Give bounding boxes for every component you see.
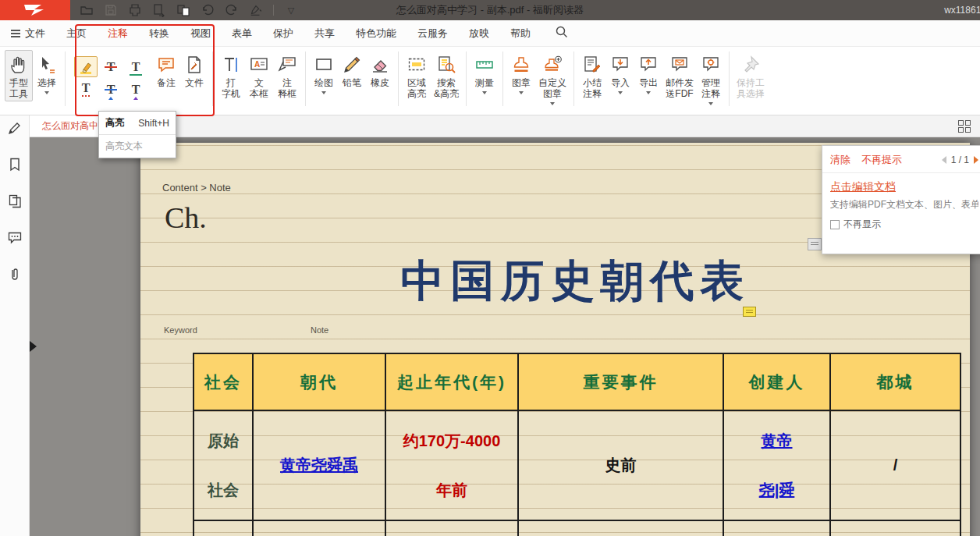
dropdown-item-highlight[interactable]: 高亮 Shift+H [99,112,176,134]
table-header-capital: 都城 [831,354,960,411]
tab-comment[interactable]: 注释 [108,27,128,41]
keep-tool-selected-button[interactable]: 保持工 具选择 [733,50,768,101]
titlebar: ▽ 怎么面对高中学习 - 副本.pdf - 福昕阅读器 wx118615 [0,0,980,20]
strikeout-icon: T [107,61,115,73]
tab-view[interactable]: 视图 [190,27,211,41]
import-comments-button[interactable]: 导入 [606,50,634,97]
tab-present[interactable]: 放映 [469,27,489,41]
comments-icon[interactable] [6,229,23,247]
squiggly-tool-button[interactable]: T [74,79,98,100]
replace-text-tool-button[interactable]: T [99,79,123,100]
edit-document-link[interactable]: 点击编辑文档 [830,180,978,194]
tab-share[interactable]: 共享 [314,27,335,41]
tab-convert[interactable]: 转换 [149,27,169,41]
select-button[interactable]: 选择 [33,50,61,97]
custom-stamp-button[interactable]: 自定义 图章 [535,50,570,108]
insert-text-tool-button[interactable]: T [124,79,147,100]
table-header-events: 重要事件 [519,354,724,411]
edit-doc-widget-icon[interactable] [808,238,822,250]
tab-form[interactable]: 表单 [232,27,252,41]
export-comments-button[interactable]: 导出 [634,50,662,97]
drawing-button[interactable]: 绘图 [310,50,338,97]
hand-tool-button[interactable]: 手型 工具 [5,50,33,101]
partial-row-cell [386,521,519,536]
chevron-down-icon [519,91,524,94]
measure-button[interactable]: 测量 [470,50,499,97]
tip-page-indicator: 1 / 1 [951,154,969,165]
search-icon[interactable] [555,25,568,41]
replace-text-icon: T [107,83,115,96]
dynasty-link[interactable]: 黄帝尧舜禹 [280,455,358,476]
callout-button[interactable]: 注 释框 [273,50,301,101]
ribbon-tab-bar: 文件 主页 注释 转换 视图 表单 保护 共享 特色功能 云服务 放映 帮助 [0,20,980,47]
founder-link-2[interactable]: 尧|舜 [759,480,795,501]
file-attachment-icon [184,55,204,75]
next-tip-icon[interactable] [974,156,978,164]
ribbon-toolbar: 手型 工具 选择 T T T T T 备注 文件 打 字机 [0,47,980,115]
strikeout-tool-button[interactable]: T [99,56,123,77]
layout-grid-icon[interactable] [958,120,971,133]
annotate-pencil-icon[interactable] [6,119,23,137]
dont-show-checkbox[interactable] [830,220,840,229]
redo-icon[interactable] [225,3,239,17]
hand-icon [9,55,29,75]
chevron-down-icon [482,91,487,94]
shortcut-label: Shift+H [138,118,169,129]
signature-icon[interactable] [249,3,263,17]
underline-tool-button[interactable]: T [124,56,147,77]
partial-row-cell [254,521,386,536]
area-highlight-button[interactable]: 区域 高亮 [403,50,431,101]
left-sidebar [0,115,30,536]
account-name[interactable]: wx118615 [944,5,980,16]
highlight-tool-button[interactable] [74,56,98,77]
export-pdf-icon[interactable] [152,3,166,17]
note-annotation-icon[interactable] [743,307,756,317]
import-icon [610,55,630,75]
note-button[interactable]: 备注 [152,50,180,91]
tab-cloud[interactable]: 云服务 [417,27,448,41]
eraser-button[interactable]: 橡皮 [366,50,394,91]
customize-toolbar-icon[interactable]: ▽ [284,3,298,17]
search-highlight-button[interactable]: 搜索 &高亮 [431,50,462,101]
email-fdf-button[interactable]: 邮件发 送FDF [662,50,697,101]
tab-protect[interactable]: 保护 [273,27,293,41]
file-attachment-button[interactable]: 文件 [180,50,208,91]
manage-comments-button[interactable]: 管理 注释 [697,50,725,108]
textbox-button[interactable]: A 文 本框 [245,50,273,101]
custom-stamp-icon [542,55,563,75]
stamp-button[interactable]: 图章 [507,50,535,97]
chevron-down-icon [618,91,623,94]
ruler-icon [474,55,495,75]
summarize-comments-button[interactable]: 小结 注释 [578,50,606,101]
no-remind-button[interactable]: 不再提示 [861,153,902,167]
tab-features[interactable]: 特色功能 [356,27,396,41]
undo-icon[interactable] [201,3,215,17]
tab-home[interactable]: 主页 [66,27,87,41]
clear-button[interactable]: 清除 [830,153,850,167]
highlight-dropdown: 高亮 Shift+H 高亮文本 [98,111,176,158]
convert-icon[interactable] [176,3,190,17]
typewriter-button[interactable]: 打 字机 [217,50,245,101]
table-header-period: 起止年代(年) [386,354,519,411]
dropdown-item-highlight-text[interactable]: 高亮文本 [99,134,176,158]
file-menu[interactable]: 文件 [11,27,45,41]
manage-comments-icon [701,55,721,75]
eraser-icon [370,55,390,75]
print-icon[interactable] [128,3,142,17]
export-icon [638,55,659,75]
pencil-button[interactable]: 铅笔 [338,50,366,91]
open-file-icon[interactable] [80,3,94,17]
cell-capital: / [831,411,960,521]
save-icon[interactable] [104,3,118,17]
group-separator [398,51,399,106]
note-bubble-icon [156,55,176,75]
attachment-icon[interactable] [6,266,23,283]
partial-row-cell [831,521,960,536]
sidebar-expand-handle[interactable] [30,341,37,352]
bookmark-icon[interactable] [6,156,23,173]
tab-help[interactable]: 帮助 [510,27,531,41]
founder-link-1[interactable]: 黄帝 [762,431,793,452]
pages-icon[interactable] [6,193,23,210]
cell-period: 约170万-4000 年前 [386,411,519,521]
prev-tip-icon[interactable] [942,156,946,164]
